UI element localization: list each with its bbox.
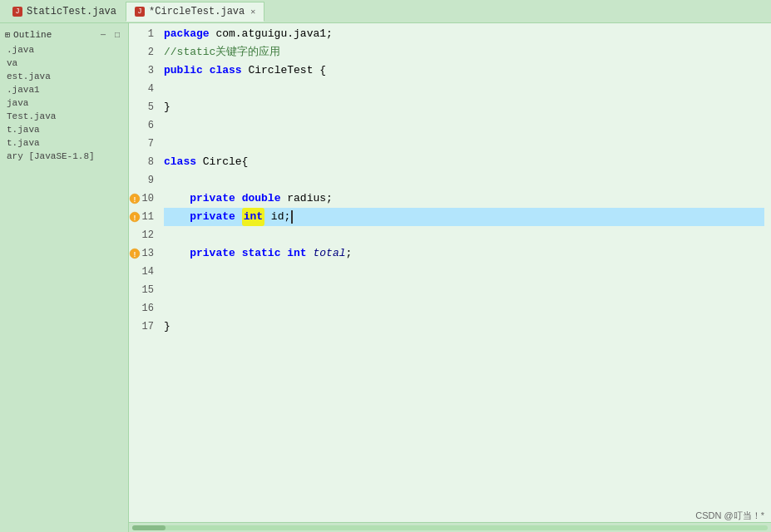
line-num-13: ! 13 <box>136 244 154 263</box>
horizontal-scrollbar[interactable] <box>129 522 771 532</box>
line-num-4: 4 <box>136 80 154 98</box>
tab-label-circle: *CircleTest.java <box>149 6 245 17</box>
sidebar-item-label-9: ary [JavaSE-1.8] <box>7 151 95 161</box>
comment-2: //static关键字的应用 <box>164 43 280 62</box>
editor[interactable]: 1 2 3 4 5 6 7 8 9 ! 10 <box>129 23 771 532</box>
kw-private-10: private <box>190 190 235 208</box>
space-10 <box>235 190 242 208</box>
sidebar-item-6[interactable]: Test.java <box>0 110 128 123</box>
gutter-icon-13: ! <box>129 248 141 259</box>
line-numbers: 1 2 3 4 5 6 7 8 9 ! 10 <box>129 25 157 520</box>
code-line-10: private double radius; <box>164 190 764 208</box>
line-num-1: 1 <box>136 25 154 43</box>
sidebar-title: Outline <box>13 30 52 40</box>
tab-close-circle[interactable]: ✕ <box>250 7 255 17</box>
line-num-6: 6 <box>136 116 154 135</box>
line-num-17: 17 <box>136 318 154 336</box>
code-line-7 <box>164 135 764 153</box>
tab-icon-static: J <box>12 7 22 17</box>
kw-int-11: int <box>242 208 264 226</box>
main-area: ⊞ Outline ─ □ .java va est.java .java1 j… <box>0 23 771 532</box>
svg-text:!: ! <box>132 196 136 204</box>
code-line-11: private int id; <box>164 208 764 226</box>
gutter-icon-10: ! <box>129 193 141 204</box>
line-num-7: 7 <box>136 135 154 153</box>
code-line-17: } <box>164 318 764 336</box>
sidebar-item-3[interactable]: est.java <box>0 70 128 83</box>
code-area: 1 2 3 4 5 6 7 8 9 ! 10 <box>129 23 771 522</box>
code-text-13b: ; <box>346 244 353 263</box>
line-num-5: 5 <box>136 98 154 116</box>
line-num-16: 16 <box>136 299 154 318</box>
code-line-14 <box>164 263 764 281</box>
sidebar-item-4[interactable]: .java1 <box>0 83 128 96</box>
svg-text:!: ! <box>132 251 136 259</box>
line-num-14: 14 <box>136 263 154 281</box>
sidebar-item-7[interactable]: t.java <box>0 123 128 136</box>
sidebar-item-label-3: est.java <box>7 71 51 81</box>
restore-icon[interactable]: □ <box>111 29 123 41</box>
tab-label-static: StaticTest.java <box>27 6 116 17</box>
code-text-1: com.atguigu.java1; <box>210 25 333 43</box>
sidebar-item-label-6: Test.java <box>7 111 56 121</box>
code-line-9 <box>164 171 764 190</box>
sidebar-header: ⊞ Outline ─ □ <box>0 27 128 43</box>
minimize-icon[interactable]: ─ <box>97 29 109 41</box>
code-text-10: radius; <box>280 190 332 208</box>
sidebar-item-label-2: va <box>7 58 17 68</box>
code-line-16 <box>164 299 764 318</box>
indent-10 <box>164 190 190 208</box>
code-text-5: } <box>164 98 171 116</box>
watermark: CSDN @叮当！* <box>695 510 764 522</box>
indent-13 <box>164 244 190 263</box>
code-line-13: private static int total ; <box>164 244 764 263</box>
sidebar-item-1[interactable]: .java <box>0 43 128 57</box>
space-13a <box>235 244 242 263</box>
code-line-1: package com.atguigu.java1; <box>164 25 764 43</box>
line-num-10: ! 10 <box>136 190 154 208</box>
scrollbar-track[interactable] <box>132 525 768 530</box>
tab-circle-test[interactable]: J *CircleTest.java ✕ <box>126 2 264 22</box>
sidebar-item-label-5: java <box>7 98 28 108</box>
code-line-5: } <box>164 98 764 116</box>
sidebar-item-9[interactable]: ary [JavaSE-1.8] <box>0 150 128 163</box>
kw-static-13: static <box>242 244 281 263</box>
line-num-9: 9 <box>136 171 154 190</box>
space-13c <box>307 244 314 263</box>
line-num-15: 15 <box>136 281 154 299</box>
sidebar-item-5[interactable]: java <box>0 96 128 110</box>
sidebar-item-8[interactable]: t.java <box>0 136 128 150</box>
watermark-text: CSDN @叮当！* <box>695 510 764 520</box>
kw-class-8: class <box>164 153 196 171</box>
sidebar: ⊞ Outline ─ □ .java va est.java .java1 j… <box>0 23 129 532</box>
code-text-3b: CircleTest { <box>242 62 326 80</box>
indent-11 <box>164 208 190 226</box>
code-text-8: Circle{ <box>196 153 248 171</box>
sidebar-item-label-7: t.java <box>7 125 40 135</box>
tab-bar: J StaticTest.java J *CircleTest.java ✕ <box>0 0 771 23</box>
code-line-8: class Circle{ <box>164 153 764 171</box>
tab-static-test[interactable]: J StaticTest.java <box>3 2 126 22</box>
gutter-icon-11: ! <box>129 211 141 223</box>
scrollbar-thumb[interactable] <box>132 525 166 530</box>
line-num-11: ! 11 <box>136 208 154 226</box>
line-num-12: 12 <box>136 226 154 244</box>
line-num-2: 2 <box>136 43 154 62</box>
text-cursor <box>291 210 293 224</box>
code-content: package com.atguigu.java1; //static关键字的应… <box>157 25 771 520</box>
code-line-12 <box>164 226 764 244</box>
kw-public-3: public <box>164 62 203 80</box>
sidebar-item-label-8: t.java <box>7 138 40 148</box>
line-num-3: 3 <box>136 62 154 80</box>
kw-package: package <box>164 25 210 43</box>
code-line-3: public class CircleTest { <box>164 62 764 80</box>
sidebar-header-icons: ─ □ <box>97 29 123 41</box>
sidebar-item-label-1: .java <box>7 45 34 55</box>
kw-double-10: double <box>242 190 281 208</box>
kw-private-11: private <box>190 208 235 226</box>
kw-private-13: private <box>190 244 235 263</box>
space-13b <box>280 244 287 263</box>
code-line-4 <box>164 80 764 98</box>
sidebar-item-2[interactable]: va <box>0 57 128 70</box>
kw-class-3: class <box>210 62 242 80</box>
